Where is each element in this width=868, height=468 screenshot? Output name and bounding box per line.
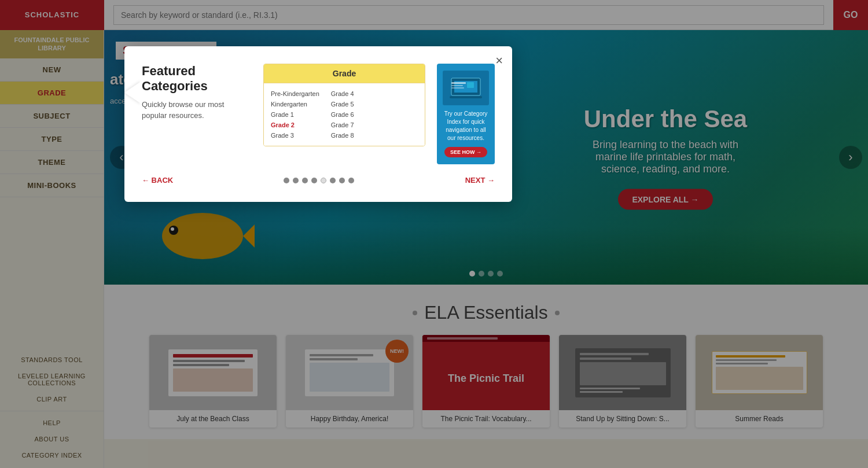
featured-categories-desc: Quickly browse our most popular resource… xyxy=(142,99,240,121)
modal-pagination-dots xyxy=(284,178,354,183)
modal-dot-5[interactable] xyxy=(321,178,326,183)
modal-dot-1[interactable] xyxy=(284,178,289,183)
grade-k[interactable]: Kindergarten xyxy=(271,101,319,108)
category-index-promo: Try our Category Index for quick navigat… xyxy=(437,64,495,164)
svg-rect-10 xyxy=(467,82,474,88)
grade-col-1: Pre-Kindergarten Kindergarten Grade 1 Gr… xyxy=(271,90,319,139)
grade-2[interactable]: Grade 2 xyxy=(271,121,319,128)
promo-see-how-button[interactable]: SEE HOW → xyxy=(444,147,487,157)
modal-close-button[interactable]: × xyxy=(495,53,503,68)
svg-rect-9 xyxy=(451,87,464,89)
modal-dot-8[interactable] xyxy=(348,178,354,183)
modal-dot-2[interactable] xyxy=(293,178,299,183)
grade-panel: Grade Pre-Kindergarten Kindergarten Grad… xyxy=(263,64,425,146)
grade-6[interactable]: Grade 6 xyxy=(331,111,377,118)
grade-panel-header: Grade xyxy=(264,64,425,83)
promo-text: Try our Category Index for quick navigat… xyxy=(442,110,490,142)
modal-arrow xyxy=(124,81,142,104)
modal-dot-4[interactable] xyxy=(311,178,317,183)
modal-dot-3[interactable] xyxy=(302,178,308,183)
featured-categories-title: Featured Categories xyxy=(142,64,240,94)
modal-footer: ← BACK NEXT → xyxy=(142,176,495,185)
grade-panel-body: Pre-Kindergarten Kindergarten Grade 1 Gr… xyxy=(264,83,425,146)
grade-5[interactable]: Grade 5 xyxy=(331,101,377,108)
svg-rect-8 xyxy=(451,85,463,86)
svg-rect-6 xyxy=(450,96,482,98)
grade-3[interactable]: Grade 3 xyxy=(271,132,319,139)
laptop-icon xyxy=(448,75,483,101)
grade-col-2: Grade 4 Grade 5 Grade 6 Grade 7 Grade 8 xyxy=(331,90,377,139)
modal-dot-7[interactable] xyxy=(339,178,345,183)
grade-1[interactable]: Grade 1 xyxy=(271,111,319,118)
modal-body: Featured Categories Quickly browse our m… xyxy=(142,64,495,164)
grade-8[interactable]: Grade 8 xyxy=(331,132,377,139)
modal-next-button[interactable]: NEXT → xyxy=(465,176,495,185)
modal-dot-6[interactable] xyxy=(330,178,336,183)
svg-rect-7 xyxy=(451,82,466,84)
modal-back-button[interactable]: ← BACK xyxy=(142,176,173,185)
grade-4[interactable]: Grade 4 xyxy=(331,90,377,97)
grade-7[interactable]: Grade 7 xyxy=(331,121,377,128)
promo-image xyxy=(443,71,489,105)
featured-categories-modal: × Featured Categories Quickly browse our… xyxy=(124,46,512,202)
grade-pre-k[interactable]: Pre-Kindergarten xyxy=(271,90,319,97)
